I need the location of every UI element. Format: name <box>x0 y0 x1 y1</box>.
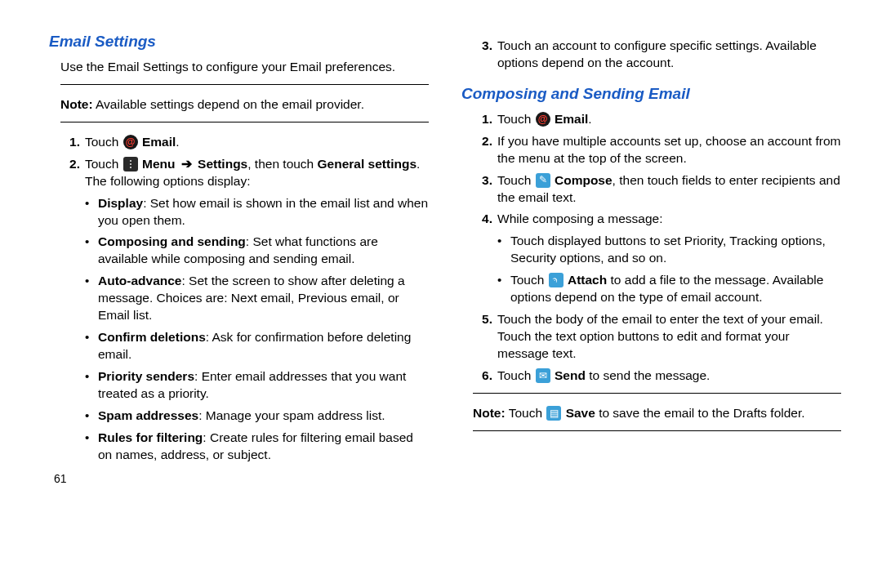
step-text: Touch Menu ➔ Settings, then touch Genera… <box>85 157 420 188</box>
note-label: Note: <box>473 406 506 420</box>
bold-term: Save <box>566 406 595 420</box>
email-icon <box>123 135 138 149</box>
step-number: 6. <box>473 368 492 385</box>
bullet-item: Display: Set how email is shown in the e… <box>85 195 429 229</box>
page-number: 61 <box>54 472 429 485</box>
step-text: Touch the body of the email to enter the… <box>497 312 823 360</box>
bullet-item: Rules for filtering: Create rules for fi… <box>85 430 429 464</box>
step-2: 2. Touch Menu ➔ Settings, then touch Gen… <box>60 156 429 464</box>
bold-term: Email <box>142 135 176 149</box>
bullet-list: Touch displayed buttons to set Priority,… <box>497 233 841 306</box>
section-title-composing: Composing and Sending Email <box>461 85 841 103</box>
divider <box>60 122 429 122</box>
bold-term: Send <box>555 368 586 382</box>
bullet-item: Auto-advance: Set the screen to show aft… <box>85 273 429 324</box>
bullet-list: Display: Set how email is shown in the e… <box>85 195 429 464</box>
step-number: 1. <box>60 134 80 151</box>
step-number: 3. <box>473 172 492 189</box>
bullet-head: Display <box>98 196 143 210</box>
divider <box>60 84 429 85</box>
note-text: Touch Save to save the email to the Draf… <box>506 406 805 420</box>
left-column: Email Settings Use the Email Settings to… <box>49 33 429 564</box>
bullet-head: Confirm deletions <box>98 330 206 344</box>
compose-icon <box>536 173 550 188</box>
bullet-head: Rules for filtering <box>98 430 203 444</box>
note-label: Note: <box>60 97 93 111</box>
step-r2: 2. If you have multiple accounts set up,… <box>473 133 841 167</box>
bullet-item: Spam addresses: Manage your spam address… <box>85 408 429 425</box>
step-text: Touch Send to send the message. <box>497 368 710 382</box>
bullet-item: Priority senders: Enter email addresses … <box>85 368 429 403</box>
divider <box>473 430 841 431</box>
bullet-head: Composing and sending <box>98 234 246 248</box>
section-title-email-settings: Email Settings <box>49 33 429 51</box>
step-number: 1. <box>473 111 492 128</box>
send-icon <box>536 368 550 383</box>
step-r4: 4. While composing a message: Touch disp… <box>473 211 841 306</box>
bold-term: Menu <box>142 157 175 171</box>
bullet-head: Priority senders <box>98 369 194 383</box>
bold-term: Email <box>555 112 588 126</box>
step-number: 3. <box>473 38 492 55</box>
note-text: Available settings depend on the email p… <box>93 97 364 111</box>
step-text: If you have multiple accounts set up, ch… <box>497 134 840 165</box>
step-number: 5. <box>473 311 492 328</box>
step-text: Touch Email. <box>497 112 592 126</box>
bold-term: General settings <box>318 157 416 171</box>
intro-text: Use the Email Settings to configure your… <box>60 59 429 76</box>
step-text: While composing a message: <box>497 212 662 225</box>
note-line-right: Note: Touch Save to save the email to th… <box>473 405 841 422</box>
bold-term: Settings <box>198 157 247 171</box>
step-r1: 1. Touch Email. <box>473 111 841 128</box>
bullet-item: Confirm deletions: Ask for confirmation … <box>85 329 429 363</box>
steps-list-left: 1. Touch Email. 2. Touch Menu ➔ Settings… <box>60 134 429 464</box>
step-text: Touch an account to configure specific s… <box>497 38 817 69</box>
step-1: 1. Touch Email. <box>60 134 429 151</box>
bold-term: Compose <box>555 173 612 187</box>
step-number: 4. <box>473 211 492 228</box>
step-number: 2. <box>473 133 492 150</box>
note-line: Note: Available settings depend on the e… <box>60 96 429 114</box>
steps-continued: 3. Touch an account to configure specifi… <box>473 38 841 72</box>
step-3-cont: 3. Touch an account to configure specifi… <box>473 38 841 72</box>
step-text: Touch Email. <box>85 135 180 149</box>
attach-icon <box>549 273 564 287</box>
divider <box>473 393 841 394</box>
step-r5: 5. Touch the body of the email to enter … <box>473 311 841 363</box>
bold-term: Attach <box>568 273 607 287</box>
bullet-item: Touch displayed buttons to set Priority,… <box>497 233 841 267</box>
step-r3: 3. Touch Compose, then touch fields to e… <box>473 172 841 207</box>
menu-icon <box>123 157 138 172</box>
arrow-icon: ➔ <box>181 157 192 171</box>
right-column: 3. Touch an account to configure specifi… <box>461 33 841 564</box>
step-number: 2. <box>60 156 80 173</box>
bullet-item: Composing and sending: Set what function… <box>85 234 429 268</box>
bullet-item: Touch Attach to add a file to the messag… <box>497 272 841 306</box>
step-text: Touch Compose, then touch fields to ente… <box>497 173 840 204</box>
email-icon <box>536 112 550 127</box>
bullet-head: Spam addresses <box>98 408 198 422</box>
save-icon <box>546 406 561 421</box>
step-r6: 6. Touch Send to send the message. <box>473 368 841 385</box>
bullet-head: Auto-advance <box>98 274 182 287</box>
steps-list-right: 1. Touch Email. 2. If you have multiple … <box>473 111 841 385</box>
